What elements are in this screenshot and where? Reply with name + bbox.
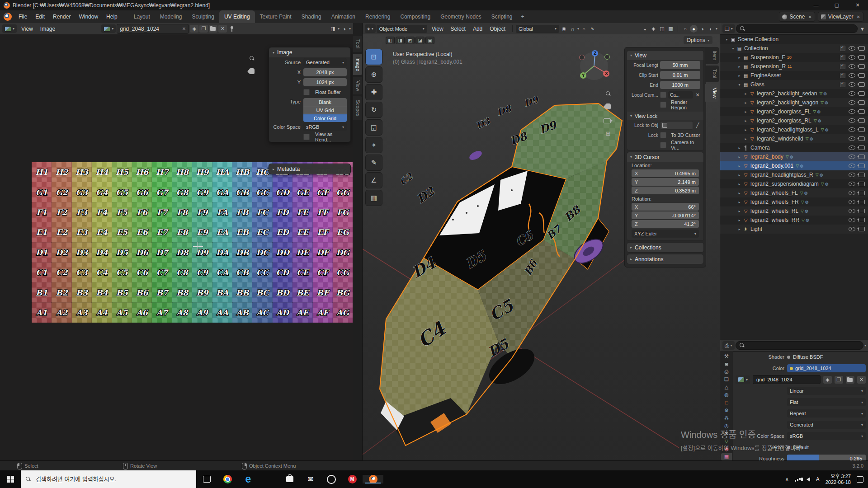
disable-render-icon[interactable] bbox=[859, 64, 865, 69]
cursor-location-y-field[interactable]: Y2.149 m bbox=[632, 178, 699, 186]
hide-eye-icon[interactable] bbox=[849, 145, 855, 150]
extension-dropdown[interactable]: Repeat ▾ bbox=[787, 409, 866, 418]
outliner-row-legran2-backlight-sedan[interactable]: ▸▽legran2_backlight_sedan▽◍ bbox=[720, 89, 868, 98]
properties-tab-texture[interactable]: ▦ bbox=[721, 453, 732, 460]
cursor-location-z-field[interactable]: Z0.3529 m bbox=[632, 187, 699, 194]
disable-render-icon[interactable] bbox=[859, 191, 865, 195]
proportional-editing-icon[interactable]: ○ bbox=[580, 25, 588, 33]
menu-window[interactable]: Window bbox=[75, 12, 102, 22]
start-button[interactable] bbox=[0, 470, 21, 488]
select-mode-extend-icon[interactable]: ◨ bbox=[396, 37, 405, 44]
view-layer-unlink-icon[interactable]: ✕ bbox=[857, 14, 860, 19]
taskbar-store-button[interactable] bbox=[279, 476, 300, 482]
task-view-button[interactable] bbox=[196, 470, 217, 488]
collections-section-header[interactable]: ▸ Collections bbox=[627, 243, 703, 252]
close-button[interactable]: ✕ bbox=[847, 0, 868, 10]
minimize-button[interactable]: — bbox=[806, 0, 826, 10]
select-mode-invert-icon[interactable]: ◪ bbox=[415, 37, 425, 44]
zoom-icon[interactable] bbox=[248, 54, 256, 62]
taskbar-mail-button[interactable]: ✉ bbox=[300, 475, 321, 483]
disable-render-icon[interactable] bbox=[859, 82, 865, 87]
exclude-checkbox[interactable] bbox=[840, 55, 845, 60]
expand-icon[interactable]: ▸ bbox=[736, 209, 742, 213]
pin-icon[interactable] bbox=[228, 25, 236, 33]
workspace-tab-shading[interactable]: Shading bbox=[297, 10, 326, 23]
lock-object-field[interactable] bbox=[660, 121, 693, 130]
expand-icon[interactable]: ▸ bbox=[736, 164, 742, 168]
properties-tab-constraints[interactable]: ⊗ bbox=[721, 430, 732, 437]
hide-eye-icon[interactable] bbox=[849, 64, 855, 69]
blender-menu-icon[interactable] bbox=[4, 13, 12, 21]
unlink-image-icon[interactable]: ✕ bbox=[857, 376, 866, 384]
properties-tab-output[interactable]: ⎙ bbox=[721, 368, 732, 375]
hide-eye-icon[interactable] bbox=[849, 73, 855, 78]
uv-menu-image[interactable]: Image bbox=[37, 26, 59, 32]
outliner-row-light[interactable]: ▸☀Light bbox=[720, 225, 868, 234]
hide-eye-icon[interactable] bbox=[849, 100, 855, 105]
disable-render-icon[interactable] bbox=[859, 100, 865, 105]
type-option-color-grid[interactable]: Color Grid bbox=[303, 114, 347, 122]
magnet-icon[interactable]: ∩ bbox=[569, 25, 576, 33]
disable-render-icon[interactable] bbox=[859, 109, 865, 114]
outliner-row-legran2-headlightglass-r[interactable]: ▸▽legran2_headlightglass_R▽◍ bbox=[720, 170, 868, 179]
n-side-tab-view[interactable]: View bbox=[705, 84, 719, 102]
transform-orientation-dropdown[interactable]: Global ▾ bbox=[516, 25, 559, 33]
outliner-row-legran2-doorglass-fl[interactable]: ▸▽legran2_doorglass_FL▽◍ bbox=[720, 107, 868, 116]
notification-center-icon[interactable] bbox=[857, 476, 863, 483]
gizmo-x-negative[interactable] bbox=[580, 55, 585, 60]
expand-icon[interactable]: ▸ bbox=[736, 182, 742, 186]
browse-image-button[interactable]: ▾ bbox=[736, 375, 750, 384]
properties-tab-world[interactable]: ◍ bbox=[721, 391, 732, 399]
hide-eye-icon[interactable] bbox=[849, 82, 855, 87]
cursor-rotation-z-field[interactable]: Z41.2° bbox=[632, 220, 699, 228]
shader-value[interactable]: Diffuse BSDF bbox=[787, 354, 823, 360]
hide-eye-icon[interactable] bbox=[849, 127, 855, 132]
expand-icon[interactable]: ▸ bbox=[736, 173, 742, 177]
taskbar-chrome-button[interactable] bbox=[217, 475, 238, 483]
visibility-icon[interactable]: ◒ bbox=[641, 25, 649, 33]
expand-icon[interactable]: ▸ bbox=[743, 110, 749, 114]
expand-icon[interactable]: ▸ bbox=[736, 218, 742, 222]
source-dropdown[interactable]: Generated ▾ bbox=[303, 58, 347, 66]
vector-value[interactable]: Default bbox=[787, 445, 809, 450]
uv-side-tab-view[interactable]: View bbox=[353, 77, 362, 95]
metadata-panel-header[interactable]: ▸ Metadata bbox=[269, 164, 350, 174]
expand-icon[interactable]: ▸ bbox=[743, 119, 749, 123]
add-workspace-button[interactable]: + bbox=[518, 14, 528, 20]
volume-icon[interactable] bbox=[807, 477, 810, 482]
hide-eye-icon[interactable] bbox=[849, 173, 855, 177]
expand-icon[interactable]: ▾ bbox=[730, 47, 736, 51]
disable-render-icon[interactable] bbox=[859, 173, 865, 177]
properties-tab-render[interactable]: ◙ bbox=[721, 360, 732, 367]
hide-eye-icon[interactable] bbox=[849, 164, 855, 168]
viewport-menu-view[interactable]: View bbox=[428, 26, 447, 32]
pivot-point-icon[interactable]: ◉ bbox=[560, 25, 568, 33]
rotate-tool[interactable]: ↻ bbox=[365, 102, 382, 118]
outliner-row-legran2-wheels-fl[interactable]: ▸▽legran2_wheels_FL▽◍ bbox=[720, 188, 868, 197]
outliner-row-camera[interactable]: ▸Camera bbox=[720, 143, 868, 152]
taskbar-clock[interactable]: 오후 3:27 2022-06-18 bbox=[826, 474, 851, 485]
workspace-tab-scripting[interactable]: Scripting bbox=[486, 10, 518, 23]
clip-end-field[interactable]: 1000 m bbox=[660, 81, 700, 89]
properties-tab-object-data[interactable]: ▽ bbox=[721, 438, 732, 445]
disable-render-icon[interactable] bbox=[859, 218, 865, 222]
expand-icon[interactable]: ▸ bbox=[736, 155, 742, 159]
hide-eye-icon[interactable] bbox=[849, 55, 855, 60]
cursor-section-header[interactable]: ▾ 3D Cursor bbox=[627, 152, 703, 162]
workspace-tab-uv-editing[interactable]: UV Editing bbox=[219, 10, 255, 23]
outliner-search-field[interactable] bbox=[736, 24, 858, 33]
local-camera-checkbox[interactable] bbox=[660, 92, 666, 98]
scale-tool[interactable]: ◱ bbox=[365, 119, 382, 136]
scene-selector[interactable]: Scene ✕ bbox=[779, 12, 815, 22]
exclude-checkbox[interactable] bbox=[840, 82, 845, 87]
falloff-dropdown-icon[interactable]: ∿ bbox=[589, 25, 596, 33]
color-texture-field[interactable]: grid_2048_1024 bbox=[787, 364, 866, 372]
workspace-tab-geometry-nodes[interactable]: Geometry Nodes bbox=[435, 10, 486, 23]
tray-expand-icon[interactable]: ∧ bbox=[785, 476, 789, 482]
hide-eye-icon[interactable] bbox=[849, 209, 855, 213]
outliner-row-suspension-f[interactable]: ▸▤Suspension_F10 bbox=[720, 53, 868, 62]
transform-tool[interactable]: ⌖ bbox=[365, 137, 382, 153]
properties-tab-object[interactable]: □ bbox=[721, 399, 732, 406]
properties-tab-modifiers[interactable]: ⚙ bbox=[721, 407, 732, 414]
menu-edit[interactable]: Edit bbox=[31, 12, 49, 22]
